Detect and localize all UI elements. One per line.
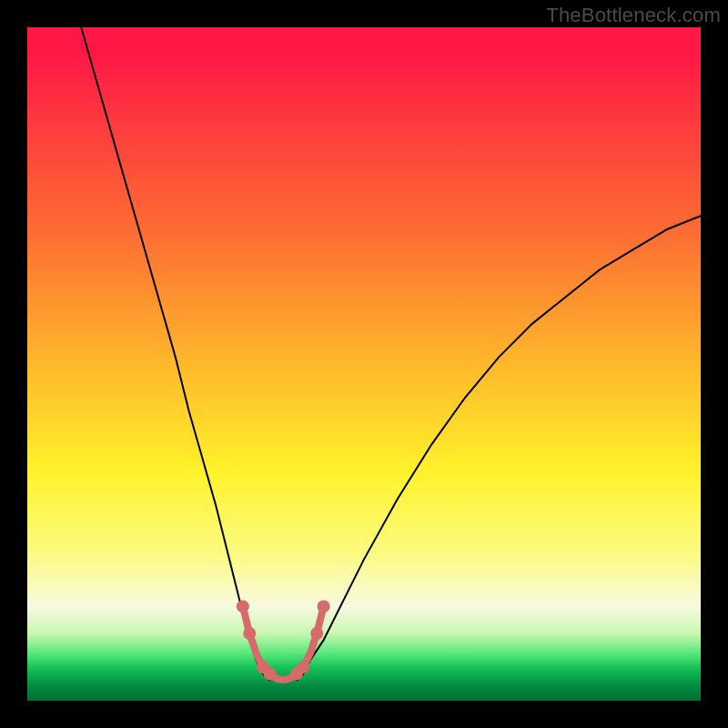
watermark-text: TheBottleneck.com: [546, 4, 721, 27]
chart-plot-area: [27, 27, 701, 701]
series-right-branch: [297, 216, 701, 681]
bottom-trace-dot: [297, 661, 309, 673]
series-left-branch: [81, 27, 269, 681]
chart-frame: TheBottleneck.com: [0, 0, 728, 728]
series-bottom-trace: [243, 606, 324, 680]
bottom-trace-dot: [263, 667, 276, 680]
bottom-trace-dot: [310, 627, 323, 640]
bottom-trace-dot: [243, 627, 256, 640]
bottom-trace-dot: [237, 600, 249, 612]
bottom-trace-dot: [318, 600, 330, 612]
chart-svg: [27, 27, 701, 701]
